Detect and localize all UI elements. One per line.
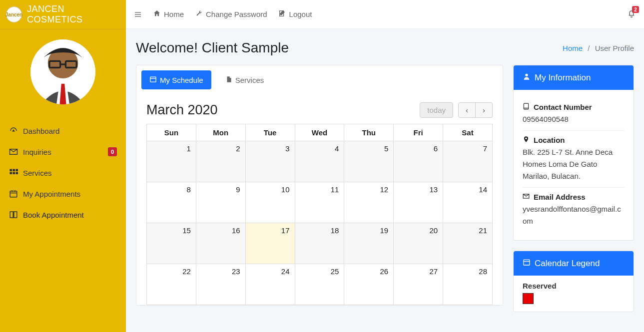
calendar-cell[interactable]: 13 [394,182,443,223]
avatar-wrap [0,29,126,118]
calendar-day-header: Wed [295,124,344,141]
sidebar-item-services[interactable]: Services [0,162,126,183]
topbar: Home Change Password Logout [126,0,644,29]
brand-logo: Jancen [6,6,22,22]
calendar-day-header: Sun [147,124,196,141]
chevron-right-icon: › [483,106,485,114]
svg-rect-6 [13,169,15,172]
sidebar-nav: Dashboard Inquiries 0 Services My Appoi [0,118,126,227]
calendar-cell[interactable]: 24 [245,264,295,305]
calendar-cell[interactable]: 3 [245,141,295,182]
nav-change-password[interactable]: Change Password [195,9,267,19]
calendar-grid: SunMonTueWedThuFriSat 123456789101112131… [146,124,493,305]
sidebar-item-appointments[interactable]: My Appointments [0,183,126,204]
calendar-cell[interactable]: 11 [295,182,344,223]
panel-title: My Information [535,73,591,83]
envelope-icon [9,147,23,156]
legend-reserved: Reserved [514,276,634,312]
calendar-cell[interactable]: 16 [196,223,245,264]
nav-home[interactable]: Home [153,9,184,19]
nav-home-label: Home [164,10,184,18]
email-label: Email Address [534,193,586,201]
calendar-title: March 2020 [146,102,218,118]
main: Home Change Password Logout [126,0,644,332]
chevron-left-icon: ‹ [466,106,468,114]
contact-value: 09564090548 [523,113,625,125]
calendar-cell[interactable]: 2 [196,141,245,182]
svg-point-21 [525,74,528,76]
calendar-cell[interactable]: 5 [344,141,394,182]
breadcrumb-active: User Profile [595,44,634,52]
phone-icon [523,103,530,111]
location-label: Location [534,136,565,144]
tab-services[interactable]: Services [217,70,272,89]
nav-logout[interactable]: Logout [278,9,312,19]
nav-label: My Appointments [23,190,80,198]
panel-header: My Information [514,65,634,90]
panel-header: Calendar Legend [514,251,634,276]
sidebar-item-inquiries[interactable]: Inquiries 0 [0,141,126,162]
tab-row: My Schedule Services [136,65,503,94]
calendar-day-header: Sat [443,124,493,141]
calendar-cell[interactable]: 15 [147,223,196,264]
calendar-cell[interactable]: 18 [295,223,344,264]
breadcrumb-home[interactable]: Home [563,44,583,52]
breadcrumb-sep: / [585,44,593,52]
calendar-cell[interactable]: 8 [147,182,196,223]
calendar-cell[interactable]: 25 [295,264,344,305]
tab-my-schedule[interactable]: My Schedule [141,70,211,89]
calendar-cell[interactable]: 26 [344,264,394,305]
calendar-cell[interactable]: 4 [295,141,344,182]
legend-reserved-label: Reserved [523,282,625,290]
legend-reserved-swatch [523,293,534,304]
toggle-sidebar-button[interactable] [134,10,142,18]
nav-label: Dashboard [23,127,59,135]
nav-label: Book Appointment [23,211,84,219]
sidebar-item-dashboard[interactable]: Dashboard [0,120,126,141]
brand-name: JANCEN COSMETICS [27,4,120,25]
calendar-cell[interactable]: 12 [344,182,394,223]
calendar-today-button[interactable]: today [420,102,453,118]
calendar-cell[interactable]: 17 [245,223,295,264]
calendar-cell[interactable]: 14 [443,182,493,223]
user-icon [523,72,531,83]
sidebar-brand[interactable]: Jancen JANCEN COSMETICS [0,0,126,29]
calendar: March 2020 today ‹ › [136,94,503,305]
svg-rect-9 [13,172,15,175]
calendar-cell[interactable]: 7 [443,141,493,182]
calendar-cell[interactable]: 1 [147,141,196,182]
avatar[interactable] [30,39,95,104]
svg-rect-10 [16,172,18,175]
my-information-card: My Information Contact Number 09 [513,65,634,241]
notifications-button[interactable]: 2 [627,9,636,19]
nav-label: Inquiries [23,148,51,156]
location-value: Blk. 225 L-7 St. Anne Deca Homes Loma De… [523,146,625,182]
book-icon [9,210,23,219]
calendar-cell[interactable]: 23 [196,264,245,305]
calendar-next-button[interactable]: › [476,102,493,118]
file-icon [225,76,232,84]
calendar-cell[interactable]: 21 [443,223,493,264]
calendar-cell[interactable]: 9 [196,182,245,223]
calendar-cell[interactable]: 20 [394,223,443,264]
mail-icon [523,193,530,201]
calendar-cell[interactable]: 19 [344,223,394,264]
calendar-cell[interactable]: 6 [394,141,443,182]
grid-icon [9,168,23,177]
sidebar-item-book[interactable]: Book Appointment [0,204,126,225]
calendar-day-header: Fri [394,124,443,141]
svg-rect-5 [10,169,12,172]
page-title: Welcome! Client Sample [136,40,289,56]
calendar-cell[interactable]: 27 [394,264,443,305]
calendar-day-header: Tue [245,124,295,141]
calendar-cell[interactable]: 22 [147,264,196,305]
calendar-legend-card: Calendar Legend Reserved [513,251,634,312]
home-icon [153,9,161,19]
calendar-cell[interactable]: 28 [443,264,493,305]
svg-rect-8 [10,172,12,175]
calendar-cell[interactable]: 10 [245,182,295,223]
schedule-card: My Schedule Services March 2 [136,65,503,306]
nav-label: Services [23,169,52,177]
calendar-icon [149,75,157,84]
calendar-prev-button[interactable]: ‹ [458,102,476,118]
